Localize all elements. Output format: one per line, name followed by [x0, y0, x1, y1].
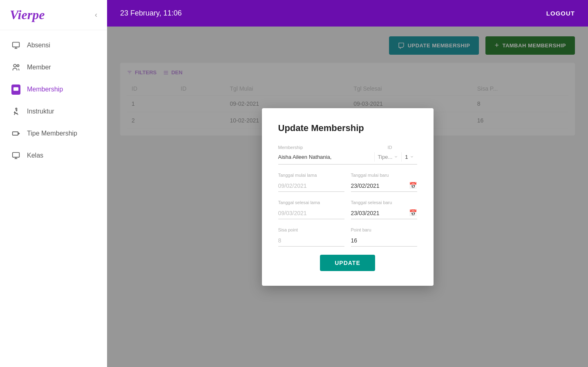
tanggal-selesai-lama-input[interactable] [278, 207, 344, 219]
sidebar-collapse-button[interactable]: ‹ [95, 11, 97, 19]
card-icon [11, 85, 20, 94]
modal-title: Update Membership [278, 123, 417, 133]
tag-icon [11, 129, 20, 138]
svg-rect-9 [13, 153, 20, 158]
tanggal-selesai-row: Tanggal selesai lama Tanggal selesai bar… [278, 200, 417, 219]
member-name-field: Aisha Aileen Nathania, [278, 152, 374, 162]
point-baru-label: Point baru [351, 227, 417, 232]
monitor-icon [11, 41, 20, 50]
svg-rect-0 [13, 42, 20, 47]
header-datetime: 23 February, 11:06 [120, 9, 182, 18]
point-baru-group: Point baru [351, 227, 417, 247]
header: 23 February, 11:06 LOGOUT [107, 0, 588, 27]
calendar-icon-2: 📅 [409, 209, 417, 217]
sidebar-item-label-tipe-membership: Tipe Membership [27, 130, 77, 137]
tanggal-mulai-baru-input[interactable] [351, 180, 409, 191]
logout-button[interactable]: LOGOUT [546, 10, 575, 17]
content-area: UPDATE MEMBERSHIP + TAMBAH MEMBERSHIP FI… [107, 27, 588, 367]
sidebar-item-label-membership: Membership [27, 86, 63, 93]
chevron-down-icon-2 [410, 155, 414, 159]
sidebar-item-absensi[interactable]: Absensi [0, 34, 107, 56]
id-field-label: ID [388, 145, 417, 150]
sisa-point-label: Sisa point [278, 227, 344, 232]
svg-point-4 [17, 65, 19, 67]
modal-overlay: Update Membership Membership ID Aisha Ai… [107, 27, 588, 367]
svg-rect-8 [13, 132, 18, 135]
sidebar-item-label-instruktur: Instruktur [27, 108, 54, 115]
sidebar: Vierpe ‹ Absensi Member [0, 0, 107, 367]
tanggal-mulai-row: Tanggal mulai lama Tanggal mulai baru 📅 [278, 173, 417, 192]
chevron-down-icon [394, 155, 398, 159]
member-type-select[interactable]: Tipe... [374, 152, 402, 162]
people-icon [11, 63, 20, 72]
svg-point-3 [13, 65, 16, 67]
tanggal-selesai-lama-label: Tanggal selesai lama [278, 200, 344, 205]
svg-rect-5 [13, 87, 18, 90]
tanggal-mulai-baru-group: Tanggal mulai baru 📅 [351, 173, 417, 192]
sidebar-item-kelas[interactable]: Kelas [0, 145, 107, 167]
tanggal-mulai-lama-group: Tanggal mulai lama [278, 173, 344, 192]
member-id-select[interactable]: 1 [401, 152, 417, 162]
monitor2-icon [11, 151, 20, 160]
update-membership-modal: Update Membership Membership ID Aisha Ai… [262, 108, 434, 286]
sidebar-logo: Vierpe ‹ [0, 0, 107, 30]
modal-update-button[interactable]: UPDATE [320, 255, 375, 271]
tanggal-mulai-lama-label: Tanggal mulai lama [278, 173, 344, 178]
sisa-point-group: Sisa point [278, 227, 344, 247]
tanggal-mulai-baru-label: Tanggal mulai baru [351, 173, 417, 178]
tanggal-selesai-baru-label: Tanggal selesai baru [351, 200, 417, 205]
point-row: Sisa point Point baru [278, 227, 417, 247]
sidebar-item-membership[interactable]: Membership [0, 78, 107, 100]
tanggal-selesai-baru-input[interactable] [351, 207, 409, 219]
run-icon [11, 107, 20, 116]
sidebar-item-label-absensi: Absensi [27, 42, 50, 49]
calendar-icon: 📅 [409, 182, 417, 189]
sidebar-item-label-kelas: Kelas [27, 152, 43, 159]
sidebar-item-member[interactable]: Member [0, 56, 107, 78]
sidebar-nav: Absensi Member Membership [0, 30, 107, 367]
tanggal-mulai-lama-input[interactable] [278, 180, 344, 192]
sidebar-item-instruktur[interactable]: Instruktur [0, 100, 107, 122]
membership-field-label: Membership [278, 145, 385, 150]
sisa-point-input[interactable] [278, 235, 344, 247]
tanggal-selesai-lama-group: Tanggal selesai lama [278, 200, 344, 219]
app-logo: Vierpe [10, 7, 45, 22]
tanggal-selesai-baru-group: Tanggal selesai baru 📅 [351, 200, 417, 219]
main-content: 23 February, 11:06 LOGOUT UPDATE MEMBERS… [107, 0, 588, 367]
point-baru-input[interactable] [351, 235, 417, 247]
sidebar-item-tipe-membership[interactable]: Tipe Membership [0, 122, 107, 145]
svg-point-7 [16, 108, 17, 109]
sidebar-item-label-member: Member [27, 64, 51, 71]
